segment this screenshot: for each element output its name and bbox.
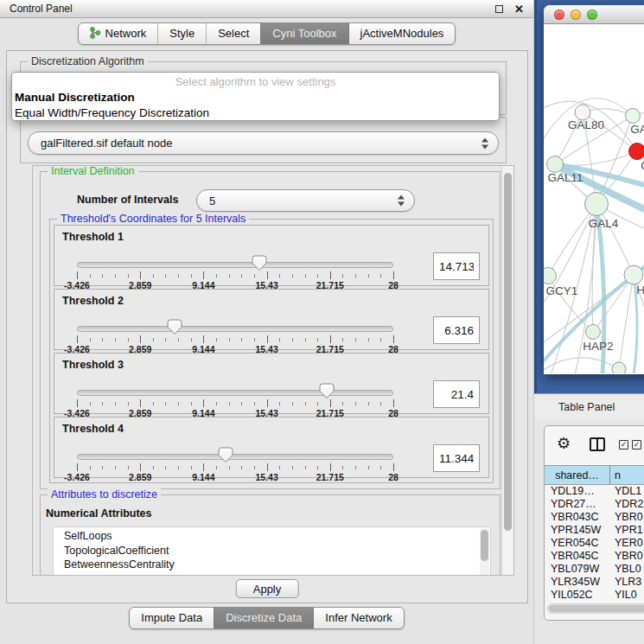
- node-label: GAL80: [568, 118, 604, 131]
- popup-option[interactable]: Manual Discretization: [12, 90, 499, 105]
- table-data-group: Table Data galFiltered.sif default node: [20, 117, 507, 163]
- threshold-slider[interactable]: -3.4262.8599.14415.4321.71528: [77, 450, 393, 480]
- network-node[interactable]: [585, 193, 609, 216]
- network-view-window: GAL80GACGAL11GAL4GCY1HHAP2: [544, 5, 644, 374]
- threshold-value-field[interactable]: [433, 380, 480, 408]
- tab-cyni-toolbox[interactable]: Cyni Toolbox: [260, 23, 348, 44]
- network-node[interactable]: [629, 143, 644, 160]
- network-node[interactable]: [586, 325, 601, 340]
- checkbox-icon[interactable]: ✓: [632, 440, 641, 450]
- mac-minimize-icon[interactable]: [571, 10, 581, 20]
- slider-thumb-icon[interactable]: [167, 319, 182, 335]
- tab-network[interactable]: Network: [79, 23, 158, 44]
- group-title: Discretization Algorithm: [28, 55, 148, 67]
- table-row[interactable]: YDL19…YDL1: [545, 485, 644, 498]
- slider-track[interactable]: [77, 262, 393, 268]
- table-rows: YDL19…YDL1YDR27…YDR2YBR043CYBR0YPR145WYP…: [545, 485, 644, 602]
- threshold-value-field[interactable]: [433, 252, 480, 280]
- popup-options: Manual DiscretizationEqual Width/Frequen…: [12, 90, 499, 121]
- table-data-combobox[interactable]: galFiltered.sif default node: [28, 131, 499, 155]
- cyni-toolbox-content: Discretization Algorithm Table Data galF…: [6, 50, 528, 603]
- bottom-tab-group: Impute DataDiscretize DataInfer Network: [129, 607, 404, 629]
- tab-impute-data[interactable]: Impute Data: [130, 608, 214, 628]
- split-columns-icon[interactable]: [590, 437, 605, 451]
- table-hscrollbar[interactable]: [547, 603, 644, 614]
- slider-track[interactable]: [77, 326, 393, 332]
- tab-label: Impute Data: [141, 611, 202, 624]
- network-node[interactable]: [624, 265, 643, 284]
- mac-close-icon[interactable]: [554, 10, 564, 20]
- mac-zoom-icon[interactable]: [587, 10, 597, 20]
- table-row[interactable]: YBR045CYBR0: [545, 550, 644, 563]
- group-title: Attributes to discretize: [48, 488, 161, 501]
- checkbox-icon[interactable]: ✓: [619, 440, 628, 450]
- node-label: C: [641, 159, 644, 172]
- table-row[interactable]: YPR145WYPR1: [545, 524, 644, 537]
- node-label: GA: [630, 123, 644, 136]
- slider-thumb-icon[interactable]: [218, 447, 233, 463]
- column-header-name[interactable]: n: [610, 466, 644, 484]
- threshold-slider[interactable]: -3.4262.8599.14415.4321.71528: [77, 322, 393, 352]
- popup-option[interactable]: Equal Width/Frequency Discretization: [12, 105, 499, 121]
- slider-tick-labels: -3.4262.8599.14415.4321.71528: [77, 472, 393, 482]
- attribute-item[interactable]: SelfLoops: [64, 529, 490, 544]
- table-row[interactable]: YDR27…YDR2: [545, 498, 644, 511]
- gear-icon[interactable]: ⚙: [557, 436, 571, 451]
- slider-track[interactable]: [77, 390, 393, 396]
- list-scrollbar[interactable]: [480, 528, 489, 576]
- tab-discretize-data[interactable]: Discretize Data: [214, 608, 313, 628]
- network-window-titlebar[interactable]: [544, 5, 644, 24]
- tab-infer-network[interactable]: Infer Network: [313, 608, 403, 628]
- slider-thumb-icon[interactable]: [252, 255, 267, 271]
- close-icon[interactable]: ✕: [514, 3, 524, 15]
- network-node[interactable]: [547, 156, 564, 173]
- attribute-item[interactable]: BetweennessCentrality: [64, 558, 490, 572]
- group-title: Threshold's Coordinates for 5 Intervals: [57, 213, 249, 225]
- top-tab-bar: NetworkStyleSelectCyni ToolboxjActiveMNo…: [0, 18, 533, 48]
- scrollbar-thumb[interactable]: [504, 173, 512, 531]
- table-row[interactable]: YER054CYER0: [545, 537, 644, 550]
- float-window-icon[interactable]: [495, 5, 503, 13]
- table-row[interactable]: YBR043CYBR0: [545, 511, 644, 524]
- attributes-group: Attributes to discretize Numerical Attri…: [40, 494, 501, 576]
- threshold-label: Threshold 4: [62, 423, 124, 435]
- network-node[interactable]: [612, 362, 626, 373]
- threshold-coordinates-group: Threshold's Coordinates for 5 Intervals …: [49, 219, 494, 483]
- threshold-value-field[interactable]: [433, 316, 480, 344]
- settings-scroll-area: Interval Definition Number of Intervals …: [32, 165, 514, 576]
- slider-thumb-icon[interactable]: [319, 383, 335, 399]
- attribute-item[interactable]: TopologicalCoefficient: [64, 544, 490, 558]
- tab-jactivemnodules[interactable]: jActiveMNodules: [348, 23, 456, 44]
- tab-label: Style: [169, 27, 194, 40]
- apply-button[interactable]: Apply: [236, 579, 299, 598]
- node-label: HAP2: [583, 340, 613, 353]
- interval-definition-group: Interval Definition Number of Intervals …: [40, 171, 501, 489]
- slider-ticks: [77, 463, 393, 471]
- tab-label: Discretize Data: [226, 611, 302, 624]
- node-table-container: ⚙ ✓ ✓ shared… n YDL19…YDL1YDR27…YDR2YBR0…: [544, 425, 644, 621]
- tab-select[interactable]: Select: [206, 23, 260, 44]
- app-root: Control Panel ✕ NetworkStyleSelectCyni T…: [0, 0, 644, 644]
- table-row[interactable]: YIL052CYIL0: [545, 589, 644, 602]
- threshold-slider[interactable]: -3.4262.8599.14415.4321.71528: [77, 258, 393, 288]
- column-header-shared-name[interactable]: shared…: [545, 466, 610, 484]
- threshold-value-field[interactable]: [433, 444, 480, 472]
- right-side-panel: GAL80GACGAL11GAL4GCY1HHAP2 Table Panel ⚙…: [534, 0, 644, 644]
- bottom-tab-bar: Impute DataDiscretize DataInfer Network: [0, 607, 533, 629]
- table-row[interactable]: YLR345WYLR3: [545, 576, 644, 589]
- tab-style[interactable]: Style: [157, 23, 206, 44]
- network-node[interactable]: [626, 109, 641, 124]
- threshold-slider[interactable]: -3.4262.8599.14415.4321.71528: [77, 386, 393, 416]
- slider-track[interactable]: [77, 454, 393, 460]
- table-toolbar: ⚙ ✓ ✓: [545, 426, 644, 465]
- network-edge: [619, 275, 634, 369]
- table-row[interactable]: YBL079WYBL0: [545, 563, 644, 576]
- scrollbar-thumb[interactable]: [549, 605, 644, 612]
- network-desktop: GAL80GACGAL11GAL4GCY1HHAP2: [534, 0, 644, 393]
- settings-scrollbar[interactable]: [501, 166, 513, 575]
- network-canvas[interactable]: GAL80GACGAL11GAL4GCY1HHAP2: [544, 24, 644, 373]
- num-intervals-combobox[interactable]: 5: [196, 189, 415, 212]
- network-node[interactable]: [544, 268, 557, 284]
- combo-arrows-icon: [481, 137, 488, 149]
- table-panel-title: Table Panel: [558, 401, 615, 413]
